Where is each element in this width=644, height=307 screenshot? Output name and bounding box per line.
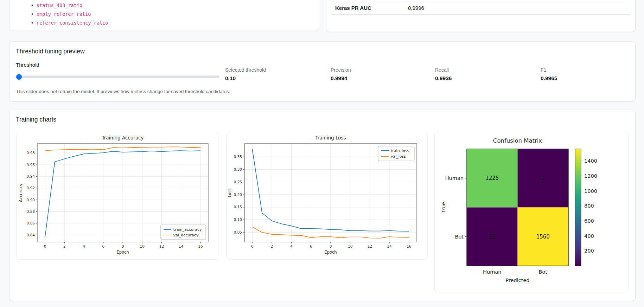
- metrics-table-card: Keras PR AUC 0,9996: [326, 0, 636, 32]
- cell-value: 10: [489, 234, 496, 240]
- y-tick-label: 0.96: [27, 163, 35, 167]
- y-tick-label: 0.35: [234, 155, 242, 159]
- chart-title: Training Loss: [315, 135, 346, 141]
- metric-value: 0.9965: [541, 75, 557, 81]
- metric-table-row: Keras PR AUC 0,9996: [331, 1, 630, 15]
- x-tick-label: 16: [407, 244, 412, 248]
- x-tick-label: 2: [271, 244, 273, 248]
- feature-list-card: status_403_ratioempty_referer_ratiorefer…: [9, 0, 319, 31]
- feature-item: status_403_ratio: [37, 1, 108, 10]
- feature-list: status_403_ratioempty_referer_ratiorefer…: [37, 1, 108, 27]
- training-loss-panel: 02468101214160.050.100.150.200.250.300.3…: [227, 132, 428, 260]
- training-accuracy-panel: 02468101214160.840.860.880.900.920.940.9…: [16, 132, 218, 260]
- x-tick-label: 14: [179, 244, 184, 248]
- x-tick-label: 14: [387, 244, 392, 248]
- legend-label: train_accuracy: [173, 227, 202, 232]
- x-axis-label: Epoch: [324, 250, 337, 255]
- recall-metric: Recall 0.9936: [435, 67, 452, 81]
- precision-metric: Precision 0.9994: [331, 67, 351, 81]
- confusion-matrix-panel: 12251101560HumanBotHumanBotPredictedTrue…: [434, 132, 629, 292]
- x-category-label: Bot: [538, 269, 547, 275]
- threshold-slider-label: Threshold: [16, 62, 39, 68]
- colorbar-tick-label: 400: [584, 233, 594, 239]
- cell-value: 1225: [485, 175, 499, 181]
- threshold-card-title: Threshold tuning preview: [16, 48, 85, 55]
- x-tick-label: 8: [330, 244, 332, 248]
- confusion-matrix-figure: 12251101560HumanBotHumanBotPredictedTrue…: [435, 132, 627, 291]
- x-tick-label: 4: [290, 244, 293, 248]
- y-category-label: Human: [445, 175, 464, 181]
- metric-row-value: 0,9996: [408, 5, 424, 11]
- x-tick-label: 0: [44, 244, 46, 248]
- legend-label: train_loss: [391, 149, 409, 153]
- training-loss-figure: 02468101214160.050.100.150.200.250.300.3…: [227, 132, 427, 259]
- f1-metric: F1 0.9965: [541, 67, 557, 81]
- x-axis-label: Epoch: [116, 250, 129, 255]
- chart-title: Training Accuracy: [101, 135, 144, 141]
- y-tick-label: 0.88: [27, 209, 35, 214]
- y-axis-label: True: [441, 202, 446, 213]
- y-tick-label: 0.15: [234, 205, 242, 209]
- y-tick-label: 0.25: [234, 180, 242, 184]
- x-tick-label: 10: [140, 244, 145, 248]
- legend-label: val_accuracy: [173, 233, 199, 237]
- y-tick-label: 0.92: [27, 186, 35, 190]
- metric-label: Recall: [435, 67, 452, 73]
- x-tick-label: 8: [122, 244, 124, 248]
- colorbar-tick-label: 800: [584, 203, 594, 209]
- training-accuracy-figure: 02468101214160.840.860.880.900.920.940.9…: [17, 132, 217, 259]
- legend-label: val_loss: [391, 154, 406, 159]
- cell-value: 1560: [536, 234, 550, 240]
- y-tick-label: 0.05: [234, 230, 242, 234]
- feature-item: empty_referer_ratio: [37, 10, 108, 19]
- metric-value: 0.10: [225, 75, 266, 81]
- x-tick-label: 4: [83, 244, 85, 248]
- metric-label: F1: [541, 67, 557, 73]
- training-charts-title: Training charts: [16, 116, 56, 123]
- slider-track[interactable]: [16, 76, 219, 78]
- x-tick-label: 0: [251, 244, 254, 248]
- y-tick-label: 0.90: [27, 198, 35, 202]
- metric-label: Selected threshold: [225, 67, 266, 73]
- selected-threshold-metric: Selected threshold 0.10: [225, 67, 266, 81]
- colorbar-tick-label: 1400: [584, 158, 597, 164]
- y-tick-label: 0.98: [27, 151, 35, 155]
- y-tick-label: 0.20: [234, 192, 242, 197]
- threshold-tuning-card: Threshold tuning preview Threshold Selec…: [9, 41, 636, 102]
- x-tick-label: 2: [63, 244, 66, 248]
- x-tick-label: 6: [310, 244, 312, 248]
- metric-value: 0.9936: [435, 75, 452, 81]
- metric-row-label: Keras PR AUC: [331, 5, 408, 11]
- colorbar: [575, 149, 581, 266]
- colorbar-tick-label: 200: [584, 248, 594, 254]
- x-tick-label: 16: [198, 244, 203, 248]
- colorbar-tick-label: 1200: [584, 173, 597, 179]
- x-tick-label: 10: [348, 244, 352, 248]
- y-category-label: Bot: [455, 234, 464, 240]
- y-axis-label: Loss: [227, 188, 232, 197]
- feature-item: referer_consistency_ratio: [37, 19, 108, 27]
- y-tick-label: 0.84: [27, 233, 35, 237]
- y-axis-label: Accuracy: [18, 184, 23, 202]
- metric-value: 0.9994: [331, 75, 351, 81]
- x-tick-label: 12: [159, 244, 164, 248]
- y-tick-label: 0.30: [234, 167, 242, 171]
- chart-title: Confusion Matrix: [493, 137, 542, 144]
- x-tick-label: 6: [102, 244, 104, 248]
- colorbar-tick-label: 1000: [584, 188, 597, 194]
- slider-thumb[interactable]: [16, 74, 22, 80]
- slider-help-text: This slider does not retrain the model. …: [16, 89, 230, 94]
- training-charts-card: Training charts 02468101214160.840.860.8…: [9, 110, 636, 301]
- colorbar-tick-label: 600: [584, 218, 594, 224]
- x-axis-label: Predicted: [505, 277, 529, 283]
- x-tick-label: 12: [368, 244, 372, 248]
- y-tick-label: 0.94: [27, 174, 35, 178]
- y-tick-label: 0.10: [234, 217, 242, 222]
- cell-value: 1: [541, 175, 545, 181]
- y-tick-label: 0.86: [27, 221, 35, 225]
- metric-label: Precision: [331, 67, 351, 73]
- threshold-slider[interactable]: [16, 74, 219, 80]
- x-category-label: Human: [483, 269, 501, 275]
